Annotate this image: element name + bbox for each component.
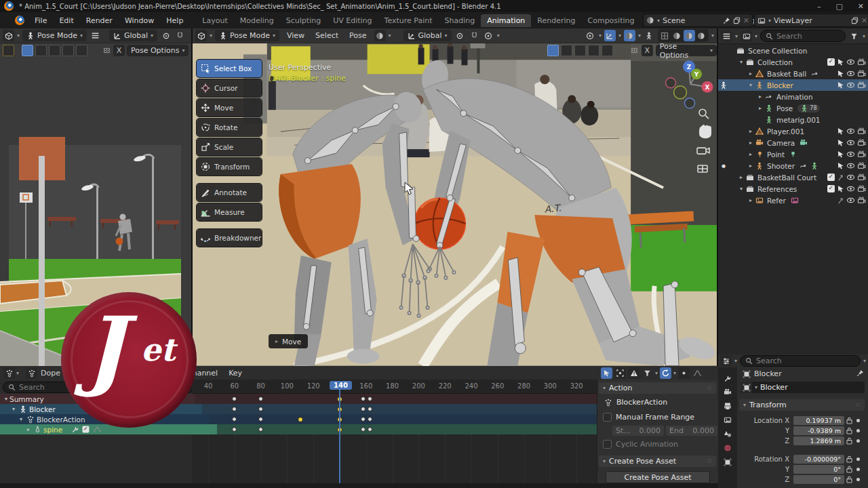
workspace-tab-layout[interactable]: Layout [196, 14, 233, 27]
gizmo-neg-z[interactable] [685, 98, 695, 108]
tool-transform[interactable]: Transform [197, 158, 262, 176]
outliner-item-metarig-001[interactable]: metarig.001 [718, 114, 868, 125]
expand-arrow[interactable]: ▸ [747, 140, 755, 146]
workspace-tab-compositing[interactable]: Compositing [582, 14, 641, 27]
expand-arrow[interactable]: ▸ [737, 174, 745, 180]
tool-select-box[interactable]: Select Box [197, 60, 262, 77]
tool-scale[interactable]: Scale [197, 138, 262, 156]
camera-icon[interactable] [857, 70, 866, 77]
solid-shading-icon[interactable] [671, 30, 683, 41]
outliner-item-player-001[interactable]: ▸Player.001 [718, 125, 868, 137]
outliner-item-pose[interactable]: ▸Pose78 [718, 102, 868, 114]
camera-icon[interactable] [857, 127, 866, 135]
transform-panel-header[interactable]: ▾Transform∷ [739, 399, 865, 411]
keyframe-blockeraction-110[interactable] [298, 417, 303, 422]
dopesheet-menu-key[interactable]: Key [223, 367, 248, 379]
proportional-dot-icon[interactable] [678, 367, 690, 379]
outliner-item-references[interactable]: ▾References [718, 183, 868, 195]
outliner-item-basket-ball[interactable]: ▸Basket Ball [718, 68, 868, 79]
outliner-item-shooter[interactable]: ●▸Shooter [718, 160, 868, 171]
expand-arrow[interactable]: ▾ [747, 82, 755, 88]
eye-icon[interactable] [846, 174, 855, 181]
eye-icon[interactable] [846, 139, 855, 146]
eye-icon[interactable] [846, 162, 855, 169]
select-box-mode-icon[interactable] [547, 45, 559, 56]
editor-type-icon[interactable] [720, 355, 732, 367]
frame-selected-icon[interactable] [614, 367, 626, 379]
outliner-search[interactable]: Search [760, 30, 846, 42]
tool-annotate[interactable]: Annotate [197, 184, 262, 201]
properties-search[interactable]: Search [740, 355, 861, 367]
display-mode-icon[interactable] [741, 30, 752, 42]
overlays-toggle-icon[interactable] [624, 30, 635, 41]
camera-icon[interactable] [857, 58, 866, 66]
animate-dot[interactable] [856, 419, 860, 422]
mirror-butterfly-icon[interactable] [102, 47, 111, 54]
playhead[interactable] [339, 389, 340, 483]
tab-tool-icon[interactable] [724, 375, 731, 382]
tab-world-icon[interactable] [724, 444, 732, 452]
channel-band-blockeraction[interactable] [192, 414, 597, 424]
editor-type-icon[interactable] [195, 30, 207, 41]
select-intersect-mode-icon[interactable] [76, 45, 87, 56]
create-pose-asset-button[interactable]: Create Pose Asset [606, 471, 710, 483]
collection-checkbox[interactable] [827, 185, 835, 192]
eye-icon[interactable] [846, 70, 855, 77]
workspace-tab-texture-paint[interactable]: Texture Paint [378, 14, 439, 27]
select-extend-mode-icon[interactable] [35, 45, 47, 56]
transform-value-field[interactable]: 0° [793, 475, 844, 484]
lock-icon[interactable] [844, 427, 854, 434]
mode-selector[interactable]: Pose Mode▾ [215, 30, 279, 41]
select-invert-mode-icon[interactable] [62, 45, 74, 56]
viewport-menu-select[interactable]: Select [311, 30, 343, 41]
viewport-menu-pose[interactable]: Pose [344, 30, 371, 41]
workspace-tab-rendering[interactable]: Rendering [531, 14, 581, 27]
tweak-tool-icon[interactable] [3, 45, 14, 56]
animate-dot[interactable] [856, 478, 860, 481]
tool-move[interactable]: Move [197, 99, 262, 117]
outliner-item-blocker[interactable]: ▾Blocker [718, 79, 868, 91]
create-pose-asset-header[interactable]: ▾Create Pose Asset∷ [599, 455, 716, 467]
timeline-ruler[interactable]: 4060801001201401601802002202402602803003… [192, 380, 597, 394]
select-intersect-mode-icon[interactable] [601, 45, 613, 56]
shading-sphere-icon[interactable] [374, 30, 386, 41]
outliner-item-point[interactable]: ▸Point [718, 148, 868, 160]
mirror-x-toggle[interactable]: X [113, 45, 125, 56]
action-panel-header[interactable]: ▾Action∷ [599, 382, 716, 394]
outliner-item-basketball-court[interactable]: ▸BasketBall Court [718, 171, 868, 183]
animate-dot[interactable] [856, 458, 860, 461]
object-name-field[interactable]: ▾ Blocker [741, 382, 865, 393]
editor-type-icon[interactable] [3, 30, 14, 41]
copy-icon[interactable] [851, 17, 859, 24]
pointer-icon[interactable] [837, 127, 844, 135]
lock-icon[interactable] [844, 466, 854, 473]
pointer-icon[interactable] [837, 150, 844, 158]
viewport-menu-view[interactable]: View [282, 30, 309, 41]
current-frame-badge[interactable]: 140 [330, 381, 352, 390]
collection-checkbox[interactable] [827, 174, 835, 181]
manual-frame-range-checkbox[interactable]: Manual Frame Range [603, 413, 694, 422]
main-3d-viewport[interactable]: A.T. Z Y X ▾ [193, 28, 718, 366]
proportional-edit-icon[interactable] [483, 30, 494, 41]
expand-arrow[interactable]: ▸ [747, 151, 755, 157]
pose-options-dropdown[interactable]: Pose Options▾ [656, 45, 717, 56]
pin-icon[interactable] [856, 369, 864, 377]
channel-band-spine[interactable] [192, 424, 597, 434]
dopesheet-mode-icon[interactable] [26, 367, 37, 379]
workspace-tab-animation[interactable]: Animation [481, 14, 531, 27]
tool-cursor[interactable]: Cursor [197, 79, 262, 97]
eye-icon[interactable] [846, 197, 855, 204]
eye-icon[interactable] [846, 150, 855, 158]
animate-dot[interactable] [856, 429, 860, 432]
camera-icon[interactable] [857, 185, 866, 192]
menu-file[interactable]: File [28, 14, 53, 27]
tool-breakdowner[interactable]: Breakdowner [197, 229, 262, 247]
outliner-item-camera[interactable]: ▸Camera [718, 137, 868, 148]
blender-menu-icon[interactable] [15, 16, 24, 25]
channel-band-blocker[interactable] [192, 404, 597, 414]
tab-view-layer-icon[interactable] [724, 416, 732, 424]
filter-icon[interactable] [848, 30, 860, 42]
transform-orientation[interactable]: Global▾ [109, 30, 157, 41]
close-button[interactable]: ✕ [858, 2, 864, 11]
expand-arrow[interactable]: ▸ [747, 197, 755, 203]
